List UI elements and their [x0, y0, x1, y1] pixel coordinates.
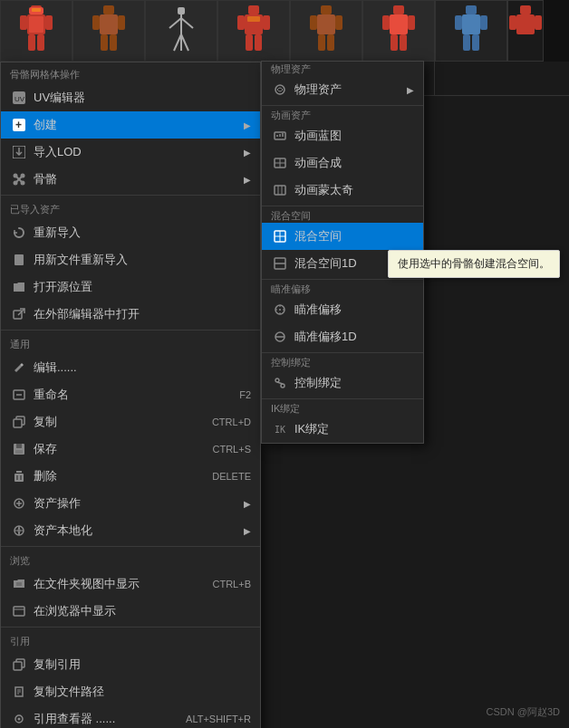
svg-rect-40	[466, 5, 477, 14]
sec-section-anim: 动画资产	[262, 105, 320, 123]
file-icon-reimport	[10, 251, 28, 269]
ref-viewer-icon	[10, 710, 28, 728]
menu-item-show-explorer[interactable]: 在文件夹视图中显示 CTRL+B	[1, 570, 260, 598]
blend-icon	[271, 227, 289, 245]
tooltip: 使用选中的骨骼创建混合空间。	[388, 250, 560, 278]
menu-item-delete[interactable]: 删除 DELETE	[1, 463, 260, 490]
copy-path-icon	[10, 683, 28, 701]
sec-item-phys-asset[interactable]: 物理资产 ▶	[262, 76, 423, 103]
thumb-6[interactable]	[362, 0, 435, 62]
menu-item-create[interactable]: + 创建 ▶	[1, 111, 260, 139]
menu-item-show-browser[interactable]: 在浏览器中显示	[1, 598, 260, 625]
show-explorer-shortcut: CTRL+B	[213, 579, 252, 589]
menu-item-import-lod[interactable]: 导入LOD ▶	[1, 139, 260, 166]
menu-item-edit[interactable]: 编辑......	[1, 354, 260, 381]
duplicate-label: 复制	[34, 414, 194, 430]
sec-item-ik-rig[interactable]: IK IK绑定	[262, 416, 423, 443]
show-explorer-icon	[10, 575, 28, 593]
menu-item-copy-path[interactable]: 复制文件路径	[1, 678, 260, 705]
blend1d-icon	[271, 254, 289, 273]
svg-text:IK: IK	[275, 425, 285, 435]
menu-item-asset-action[interactable]: 资产操作 ▶	[1, 490, 260, 517]
control-rig-label: 控制绑定	[294, 375, 414, 391]
svg-rect-47	[516, 14, 535, 34]
sec-item-aim-offset-1d[interactable]: 瞄准偏移1D	[262, 323, 423, 350]
watermark-text: CSDN @阿赵3D	[487, 706, 560, 717]
svg-rect-12	[118, 15, 125, 30]
thumb-3[interactable]	[145, 0, 217, 62]
thumb-8[interactable]	[507, 0, 544, 62]
save-shortcut: CTRL+S	[213, 444, 252, 455]
menu-item-duplicate[interactable]: 复制 CTRL+D	[1, 408, 260, 436]
svg-rect-41	[462, 14, 480, 34]
svg-rect-46	[520, 5, 531, 14]
import-lod-arrow: ▶	[244, 148, 251, 158]
sec-item-anim-montage[interactable]: 动画蒙太奇	[262, 177, 423, 204]
svg-rect-15	[178, 7, 185, 14]
menu-item-ref-viewer[interactable]: 引用查看器 ...... ALT+SHIFT+R	[1, 705, 260, 728]
thumb-2[interactable]	[72, 0, 145, 62]
svg-rect-9	[103, 5, 114, 14]
sec-section-phys: 物理资产	[262, 59, 320, 77]
sec-item-anim-composite[interactable]: 动画合成	[262, 149, 423, 177]
svg-rect-6	[45, 15, 53, 30]
svg-rect-38	[391, 34, 398, 51]
ik-icon: IK	[271, 420, 289, 438]
menu-item-save[interactable]: 保存 CTRL+S	[1, 436, 260, 463]
uv-editor-label: UV编辑器	[34, 90, 251, 106]
svg-rect-33	[327, 34, 334, 51]
divider-3	[1, 546, 260, 547]
svg-rect-5	[20, 15, 27, 30]
thumb-7[interactable]	[435, 0, 507, 62]
svg-text:+: +	[15, 119, 22, 131]
section-label-common: 通用	[1, 332, 260, 354]
menu-item-skeleton[interactable]: 骨骼 ▶	[1, 166, 260, 193]
primary-context-menu: 骨骼网格体操作 UV UV编辑器 + 创建 ▶ 导入LOD ▶ 骨骼	[0, 62, 261, 728]
menu-item-copy-ref[interactable]: 复制引用	[1, 651, 260, 678]
rename-icon	[10, 386, 28, 404]
menu-item-localize[interactable]: 资产本地化 ▶	[1, 517, 260, 544]
anim-mont-icon	[271, 181, 289, 199]
rename-label: 重命名	[34, 387, 221, 403]
menu-item-open-source[interactable]: 打开源位置	[1, 273, 260, 301]
svg-rect-30	[310, 15, 317, 30]
sec-item-blend-space[interactable]: 混合空间	[262, 223, 423, 250]
thumb-4[interactable]	[217, 0, 290, 62]
menu-item-rename[interactable]: 重命名 F2	[1, 381, 260, 408]
svg-rect-13	[101, 34, 108, 51]
rig-icon	[271, 374, 289, 392]
phys-asset-arrow: ▶	[407, 85, 414, 95]
skeleton-arrow: ▶	[244, 175, 251, 185]
menu-item-open-external[interactable]: 在外部编辑器中打开	[1, 301, 260, 328]
svg-rect-29	[317, 14, 335, 34]
sec-item-anim-blueprint[interactable]: 动画蓝图	[262, 122, 423, 149]
section-label-skeleton: 骨骼网格体操作	[1, 62, 260, 84]
asset-action-label: 资产操作	[34, 495, 240, 512]
uv-icon: UV	[10, 89, 28, 107]
bone-icon	[10, 170, 28, 188]
svg-rect-8	[37, 34, 44, 51]
svg-rect-21	[248, 5, 259, 14]
copy-path-label: 复制文件路径	[34, 684, 251, 700]
aim1d-icon	[271, 328, 289, 346]
show-browser-label: 在浏览器中显示	[34, 603, 251, 619]
import-lod-label: 导入LOD	[34, 144, 240, 160]
section-label-browse: 浏览	[1, 549, 260, 570]
sec-item-control-rig[interactable]: 控制绑定	[262, 369, 423, 397]
thumb-1[interactable]	[0, 0, 72, 62]
thumb-5[interactable]	[290, 0, 362, 62]
menu-item-reimport[interactable]: 重新导入	[1, 219, 260, 246]
anim-comp-icon	[271, 154, 289, 172]
svg-rect-62	[14, 254, 24, 265]
svg-text:UV: UV	[14, 95, 25, 103]
svg-rect-7	[28, 34, 35, 51]
localize-label: 资产本地化	[34, 522, 240, 539]
menu-item-reimport-file[interactable]: 用新文件重新导入	[1, 246, 260, 273]
menu-item-uv-editor[interactable]: UV UV编辑器	[1, 84, 260, 111]
tooltip-text: 使用选中的骨骼创建混合空间。	[398, 257, 550, 270]
svg-rect-36	[382, 15, 390, 30]
anim-bp-icon	[271, 127, 289, 145]
svg-rect-31	[335, 15, 342, 30]
save-label: 保存	[34, 441, 195, 457]
sec-item-aim-offset[interactable]: 瞄准偏移	[262, 296, 423, 323]
